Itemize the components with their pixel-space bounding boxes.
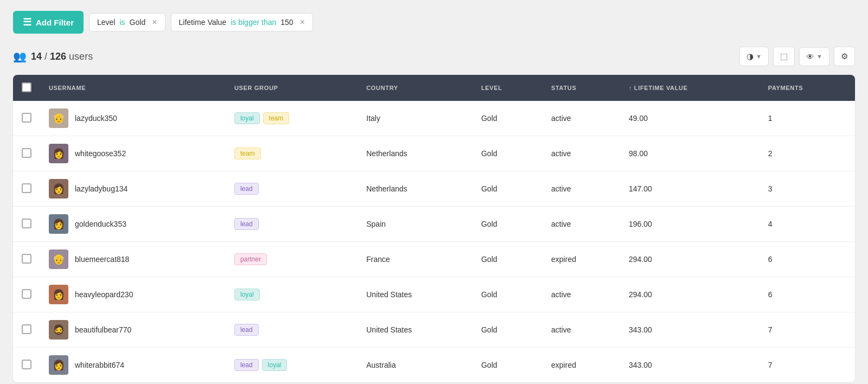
row-usergroup-cell: team	[226, 136, 358, 171]
chip-value-level: Gold	[130, 18, 146, 27]
row-country-cell: Netherlands	[358, 171, 473, 207]
tag-item[interactable]: partner	[234, 253, 267, 265]
user-cell: 🧔beautifulbear770	[49, 320, 217, 340]
settings-button[interactable]: ⚙	[834, 47, 855, 66]
select-all-checkbox[interactable]	[22, 82, 31, 92]
username-label[interactable]: lazyduck350	[75, 114, 117, 123]
visibility-button[interactable]: 👁 ▼	[799, 47, 829, 66]
username-label[interactable]: heavyleopard230	[75, 290, 133, 299]
row-level-cell: Gold	[473, 171, 542, 207]
row-username-cell: 👴bluemeercat818	[40, 242, 226, 277]
tag-item[interactable]: loyal	[262, 359, 288, 371]
row-checkbox-cell	[13, 242, 40, 277]
toolbar-right: ◑ ▼ ⬚ 👁 ▼ ⚙	[739, 47, 855, 66]
tag-item[interactable]: team	[263, 112, 290, 124]
header-checkbox[interactable]	[13, 75, 40, 101]
row-lifetimevalue-cell: 49.00	[620, 101, 760, 136]
row-checkbox[interactable]	[22, 254, 31, 264]
table-row: 👩heavyleopard230loyalUnited StatesGoldac…	[13, 277, 855, 312]
avatar: 👩	[49, 179, 68, 199]
chip-field-level: Level	[97, 18, 115, 27]
username-label[interactable]: whiterabbit674	[75, 361, 124, 369]
sort-arrow-icon: ↑	[629, 85, 634, 91]
row-usergroup-cell: leadloyal	[226, 348, 358, 383]
col-usergroup: USER GROUP	[226, 75, 358, 101]
row-username-cell: 👩whiterabbit674	[40, 348, 226, 383]
tag-item[interactable]: loyal	[234, 112, 260, 124]
username-label[interactable]: whitegoose352	[75, 149, 126, 158]
users-table: USERNAME USER GROUP COUNTRY LEVEL STATUS…	[13, 75, 855, 382]
row-checkbox-cell	[13, 277, 40, 312]
tag-list: leadloyal	[234, 359, 349, 371]
row-lifetimevalue-cell: 147.00	[620, 171, 760, 207]
save-button[interactable]: ⬚	[773, 47, 795, 66]
group-icon: ◑	[746, 52, 754, 61]
col-country: COUNTRY	[358, 75, 473, 101]
username-label[interactable]: bluemeercat818	[75, 255, 129, 264]
add-filter-button[interactable]: ☰ Add Filter	[13, 11, 84, 34]
group-button[interactable]: ◑ ▼	[739, 47, 769, 66]
tag-item[interactable]: lead	[234, 218, 259, 230]
table-row: 👩lazyladybug134leadNetherlandsGoldactive…	[13, 171, 855, 207]
avatar: 👩	[49, 214, 68, 234]
col-username: USERNAME	[40, 75, 226, 101]
add-filter-label: Add Filter	[36, 18, 74, 27]
filter-bar: ☰ Add Filter Level is Gold × Lifetime Va…	[13, 11, 855, 34]
row-username-cell: 👩lazyladybug134	[40, 171, 226, 207]
row-payments-cell: 7	[760, 312, 855, 348]
row-checkbox[interactable]	[22, 360, 31, 369]
filter-chip-level: Level is Gold ×	[89, 13, 165, 31]
row-checkbox-cell	[13, 101, 40, 136]
save-icon: ⬚	[780, 52, 788, 61]
row-checkbox-cell	[13, 207, 40, 242]
visibility-arrow-icon: ▼	[816, 53, 822, 60]
row-payments-cell: 2	[760, 136, 855, 171]
table-row: 🧔beautifulbear770leadUnited StatesGoldac…	[13, 312, 855, 348]
row-checkbox[interactable]	[22, 148, 31, 158]
row-checkbox[interactable]	[22, 183, 31, 193]
avatar: 👩	[49, 355, 68, 375]
row-checkbox-cell	[13, 312, 40, 348]
row-checkbox[interactable]	[22, 219, 31, 228]
row-checkbox[interactable]	[22, 113, 31, 123]
table-row: 👴lazyduck350loyalteamItalyGoldactive49.0…	[13, 101, 855, 136]
row-level-cell: Gold	[473, 277, 542, 312]
tag-item[interactable]: lead	[234, 324, 259, 336]
filter-remove-level[interactable]: ×	[152, 18, 157, 27]
username-label[interactable]: beautifulbear770	[75, 325, 131, 334]
tag-item[interactable]: team	[234, 148, 261, 159]
username-label[interactable]: lazyladybug134	[75, 184, 127, 193]
table-row: 👴bluemeercat818partnerFranceGoldexpired2…	[13, 242, 855, 277]
row-username-cell: 👴lazyduck350	[40, 101, 226, 136]
user-cell: 👴bluemeercat818	[49, 249, 217, 269]
row-checkbox[interactable]	[22, 289, 31, 299]
row-level-cell: Gold	[473, 207, 542, 242]
row-checkbox[interactable]	[22, 324, 31, 334]
filter-remove-ltv[interactable]: ×	[300, 18, 305, 27]
users-count: 👥 14 / 126 users	[13, 50, 93, 63]
row-status-cell: active	[542, 101, 620, 136]
table-row: 👩whiterabbit674leadloyalAustraliaGoldexp…	[13, 348, 855, 383]
row-lifetimevalue-cell: 294.00	[620, 242, 760, 277]
row-lifetimevalue-cell: 98.00	[620, 136, 760, 171]
tag-item[interactable]: lead	[234, 183, 259, 195]
tag-list: lead	[234, 183, 349, 195]
col-lifetimevalue[interactable]: ↑ LIFETIME VALUE	[620, 75, 760, 101]
filter-chip-ltv: Lifetime Value is bigger than 150 ×	[171, 13, 313, 31]
col-status: STATUS	[542, 75, 620, 101]
row-payments-cell: 1	[760, 101, 855, 136]
tag-item[interactable]: lead	[234, 359, 259, 371]
row-username-cell: 👩whitegoose352	[40, 136, 226, 171]
row-checkbox-cell	[13, 136, 40, 171]
username-label[interactable]: goldenduck353	[75, 220, 126, 228]
row-usergroup-cell: lead	[226, 312, 358, 348]
tag-item[interactable]: loyal	[234, 289, 260, 300]
tag-list: lead	[234, 218, 349, 230]
row-usergroup-cell: loyal	[226, 277, 358, 312]
row-country-cell: United States	[358, 312, 473, 348]
chip-field-ltv: Lifetime Value	[179, 18, 227, 27]
table-wrapper: USERNAME USER GROUP COUNTRY LEVEL STATUS…	[13, 75, 855, 382]
user-cell: 👩whiterabbit674	[49, 355, 217, 375]
row-level-cell: Gold	[473, 348, 542, 383]
tag-list: lead	[234, 324, 349, 336]
